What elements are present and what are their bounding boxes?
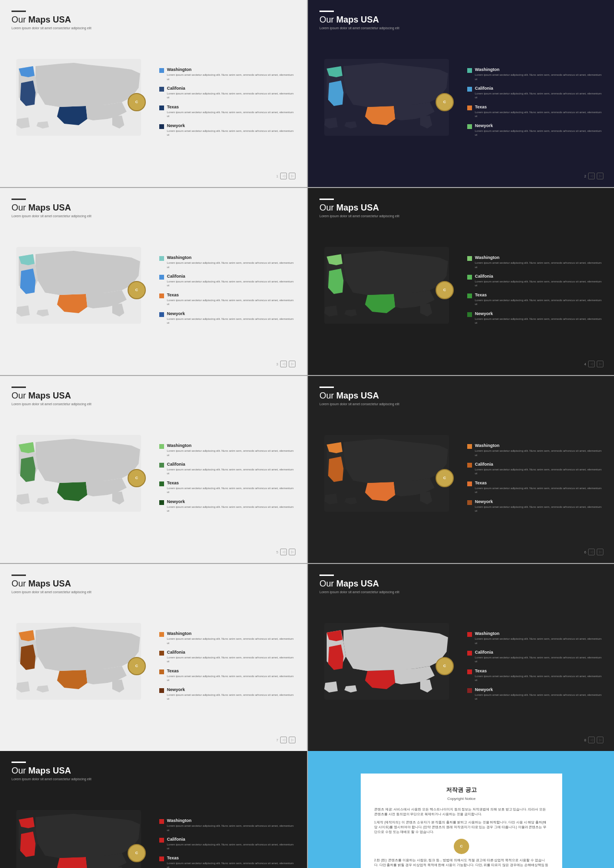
accent-bar-8	[319, 575, 334, 576]
logo-badge-8: C	[436, 657, 454, 675]
legend-california-2: Califonia Lorem ipsum amet sectetur adip…	[467, 86, 603, 100]
legend-area-6: Washington Lorem ipsum amet sectetur adi…	[462, 443, 603, 513]
slide-content-4: C Washington Lorem ipsum amet sectetur a…	[319, 222, 603, 359]
slide-title-7: Our Maps USA	[12, 579, 295, 589]
legend-newyork-2: Newyork Lorem ipsum amet sectetur adipis…	[467, 123, 603, 137]
slide-footer-8: 8 ◁ ▷	[319, 737, 603, 743]
slide-7: Our Maps USA Lorem ipsum dolor sit amet …	[0, 564, 307, 751]
footer-icon-5a[interactable]: ◁	[280, 549, 287, 555]
title-normal-2: Our	[319, 15, 336, 24]
slide-1: Our Maps USA Lorem ipsum dolor sit amet …	[0, 0, 307, 187]
slide-6: Our Maps USA Lorem ipsum dolor sit amet …	[308, 376, 614, 563]
footer-icon-2b[interactable]: ▷	[597, 173, 603, 179]
slide-subtitle-1: Lorem ipsum dolor sit amet consectetur a…	[12, 26, 295, 30]
copyright-logo-badge: C	[454, 839, 469, 854]
title-normal: Our	[12, 15, 28, 24]
slide-title-1: Our Maps USA	[12, 15, 295, 25]
slide-title-6: Our Maps USA	[319, 391, 603, 401]
footer-icon-5b[interactable]: ▷	[289, 549, 295, 555]
washington-dot-2	[467, 68, 472, 73]
footer-icon-4b[interactable]: ▷	[597, 361, 603, 367]
footer-icon-3b[interactable]: ▷	[289, 361, 295, 367]
title-bold-2: Maps USA	[336, 15, 379, 24]
slide-title-2: Our Maps USA	[319, 15, 603, 25]
accent-bar-7	[12, 575, 26, 576]
accent-bar-3	[12, 199, 26, 200]
slide-content-1: C Washington Lorem ipsum amet sectetur a…	[12, 34, 295, 171]
logo-badge-7: C	[128, 657, 146, 675]
accent-bar-1	[12, 11, 26, 12]
bottom-row: Our Maps USA Lorem ipsum dolor sit amet …	[0, 751, 614, 868]
map-area-1: C	[12, 40, 151, 164]
legend-area-4: Washington Lorem ipsum amet sectetur adi…	[462, 255, 603, 325]
legend-california-1: Califonia Lorem ipsum amet sectetur adip…	[159, 86, 295, 100]
logo-badge-1: C	[128, 93, 146, 111]
slide-4: Our Maps USA Lorem ipsum dolor sit amet …	[308, 188, 614, 375]
slide-content-8: C Washington Lorem ipsum amet sectetur a…	[319, 598, 603, 735]
legend-text-ny1: Newyork Lorem ipsum amet sectetur adipis…	[167, 123, 295, 137]
slide-content-2: C Washington Lorem ipsum amet sectetur a…	[319, 34, 603, 171]
california-dot-2	[467, 87, 472, 92]
slide-footer-3: 3 ◁ ▷	[12, 361, 295, 367]
logo-badge-5: C	[128, 469, 146, 487]
legend-texas-1: Texas Lorem ipsum amet sectetur adipisci…	[159, 105, 295, 118]
legend-text-t1: Texas Lorem ipsum amet sectetur adipisci…	[167, 105, 295, 118]
logo-badge-9: C	[128, 844, 146, 862]
map-area-9: C	[12, 791, 151, 868]
footer-icon-2a[interactable]: ◁	[588, 173, 595, 179]
slide-3: Our Maps USA Lorem ipsum dolor sit amet …	[0, 188, 307, 375]
copyright-subtitle: Copyright Notice	[374, 796, 549, 802]
footer-icon-7b[interactable]: ▷	[289, 737, 295, 743]
footer-icon-8a[interactable]: ◁	[588, 737, 595, 743]
logo-badge-3: C	[128, 281, 146, 299]
accent-bar-9	[12, 762, 26, 763]
map-area-2: C	[319, 40, 459, 164]
slide-subtitle-2: Lorem ipsum dolor sit amet consectetur a…	[319, 26, 603, 30]
slide-8: Our Maps USA Lorem ipsum dolor sit amet …	[308, 564, 614, 751]
legend-text-c1: Califonia Lorem ipsum amet sectetur adip…	[167, 86, 295, 100]
footer-icon-8b[interactable]: ▷	[597, 737, 603, 743]
map-area-8: C	[319, 604, 459, 728]
legend-newyork-1: Newyork Lorem ipsum amet sectetur adipis…	[159, 123, 295, 137]
newyork-dot-1	[159, 124, 164, 129]
map-area-7: C	[12, 604, 151, 728]
slide-title-3: Our Maps USA	[12, 203, 295, 213]
texas-dot-1	[159, 106, 164, 110]
legend-washington-2: Washington Lorem ipsum amet sectetur adi…	[467, 67, 603, 81]
map-area-4: C	[319, 228, 459, 352]
california-dot-1	[159, 87, 164, 92]
footer-icon-7a[interactable]: ◁	[280, 737, 287, 743]
slide-title-5: Our Maps USA	[12, 391, 295, 401]
slide-5: Our Maps USA Lorem ipsum dolor sit amet …	[0, 376, 307, 563]
slide-content-5: C Washington Lorem ipsum amet sectetur a…	[12, 410, 295, 547]
slide-title-9: Our Maps USA	[12, 766, 295, 776]
slide-title-8: Our Maps USA	[319, 579, 603, 589]
slide-title-4: Our Maps USA	[319, 203, 603, 213]
legend-area-3: Washington Lorem ipsum amet sectetur adi…	[154, 255, 295, 325]
slide-grid: Our Maps USA Lorem ipsum dolor sit amet …	[0, 0, 614, 751]
map-area-5: C	[12, 416, 151, 540]
legend-area-7: Washington Lorem ipsum amet sectetur adi…	[154, 631, 295, 701]
legend-washington-1: Washington Lorem ipsum amet sectetur adi…	[159, 67, 295, 81]
map-area-6: C	[319, 416, 459, 540]
footer-icon-1b[interactable]: ▷	[289, 173, 295, 179]
texas-dot-2	[467, 106, 472, 110]
footer-icon-6b[interactable]: ▷	[597, 549, 603, 555]
legend-area-1: Washington Lorem ipsum amet sectetur adi…	[154, 67, 295, 137]
footer-icon-1a[interactable]: ◁	[280, 173, 287, 179]
footer-icon-6a[interactable]: ◁	[588, 549, 595, 555]
logo-badge-4: C	[436, 281, 454, 299]
footer-icon-4a[interactable]: ◁	[588, 361, 595, 367]
slide-footer-5: 5 ◁ ▷	[12, 549, 295, 555]
newyork-dot-2	[467, 124, 472, 129]
legend-text-w1: Washington Lorem ipsum amet sectetur adi…	[167, 67, 295, 81]
footer-icon-3a[interactable]: ◁	[280, 361, 287, 367]
accent-bar-5	[12, 387, 26, 388]
copyright-logo-area: C	[374, 839, 549, 854]
legend-texas-2: Texas Lorem ipsum amet sectetur adipisci…	[467, 105, 603, 118]
legend-area-2: Washington Lorem ipsum amet sectetur adi…	[462, 67, 603, 137]
copyright-section-1: 1.제작 (제작자의): 이 콘텐츠 소유자가 본 작품의 출처를 밝히고 사용…	[374, 820, 549, 835]
accent-bar-6	[319, 387, 334, 388]
washington-dot-1	[159, 68, 164, 73]
accent-bar-2	[319, 11, 334, 12]
